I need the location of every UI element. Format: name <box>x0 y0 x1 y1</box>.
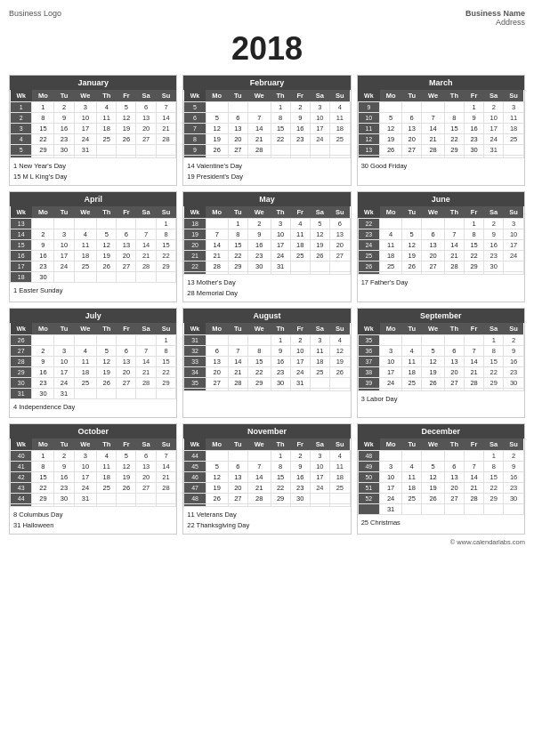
day-cell: 12 <box>206 472 228 483</box>
col-header-tu: Tu <box>228 323 247 335</box>
holidays-section: 30 Good Friday <box>358 158 524 176</box>
month-title: April <box>10 192 176 206</box>
day-cell: 9 <box>247 229 271 240</box>
day-cell: 11 <box>74 240 97 251</box>
day-cell <box>444 219 464 229</box>
week-number: 4 <box>11 134 32 145</box>
week-number: 3 <box>11 124 32 134</box>
day-cell <box>206 219 228 229</box>
day-cell: 10 <box>54 357 74 367</box>
day-cell: 26 <box>329 367 350 378</box>
holiday-item: 3 Labor Day <box>361 394 521 405</box>
day-cell: 3 <box>271 219 290 229</box>
day-cell <box>310 261 329 272</box>
business-name: Business Name <box>465 9 525 18</box>
col-header-we: We <box>74 206 97 219</box>
day-cell: 25 <box>504 134 524 145</box>
day-cell: 23 <box>247 251 271 261</box>
col-header-we: We <box>422 438 445 451</box>
day-cell <box>97 219 117 229</box>
day-cell <box>74 335 97 346</box>
day-cell: 15 <box>32 124 54 134</box>
day-cell: 14 <box>465 357 484 367</box>
day-cell: 23 <box>290 134 310 145</box>
day-cell: 13 <box>136 462 156 472</box>
day-cell: 28 <box>228 378 247 389</box>
day-cell: 10 <box>380 472 402 483</box>
day-cell: 21 <box>247 134 271 145</box>
day-cell: 15 <box>156 357 176 367</box>
day-cell: 2 <box>504 451 524 462</box>
day-cell <box>97 145 117 156</box>
week-number: 49 <box>358 462 379 472</box>
day-cell: 23 <box>504 483 524 494</box>
col-header-th: Th <box>271 438 290 451</box>
day-cell: 28 <box>156 483 176 494</box>
day-cell: 16 <box>484 240 504 251</box>
day-cell <box>444 504 464 515</box>
col-header-sa: Sa <box>136 90 156 102</box>
day-cell: 22 <box>228 251 247 261</box>
col-header-mo: Mo <box>32 323 54 335</box>
day-cell: 11 <box>504 113 524 124</box>
day-cell: 8 <box>247 346 271 357</box>
week-number: 7 <box>184 124 206 134</box>
week-number: 13 <box>358 145 379 156</box>
day-cell: 14 <box>444 240 464 251</box>
day-cell: 19 <box>380 134 402 145</box>
holidays-section: 25 Christmas <box>358 515 524 533</box>
day-cell: 23 <box>271 367 290 378</box>
week-number: 18 <box>11 272 32 283</box>
day-cell: 14 <box>228 357 247 367</box>
day-cell: 15 <box>156 240 176 251</box>
day-cell <box>136 494 156 504</box>
day-cell <box>32 335 54 346</box>
week-number: 24 <box>358 240 379 251</box>
col-header-wk: Wk <box>11 206 32 219</box>
week-number: 5 <box>11 145 32 156</box>
day-cell: 20 <box>329 240 350 251</box>
col-header-th: Th <box>97 438 117 451</box>
day-cell: 1 <box>156 219 176 229</box>
day-cell: 10 <box>484 113 504 124</box>
day-cell: 7 <box>136 229 156 240</box>
day-cell: 8 <box>228 229 247 240</box>
day-cell: 9 <box>32 240 54 251</box>
day-cell: 17 <box>54 367 74 378</box>
day-cell: 4 <box>329 102 350 113</box>
col-header-su: Su <box>504 438 524 451</box>
week-number: 17 <box>11 261 32 272</box>
day-cell <box>402 335 422 346</box>
col-header-mo: Mo <box>32 90 54 102</box>
day-cell: 11 <box>380 240 402 251</box>
col-header-mo: Mo <box>380 206 402 219</box>
day-cell: 13 <box>422 240 445 251</box>
month-title: January <box>10 76 176 90</box>
day-cell: 6 <box>136 102 156 113</box>
col-header-sa: Sa <box>310 206 329 219</box>
week-number: 31 <box>11 389 32 399</box>
week-number: 40 <box>11 451 32 462</box>
day-cell <box>310 494 329 504</box>
col-header-mo: Mo <box>206 206 228 219</box>
week-number: 14 <box>11 229 32 240</box>
day-cell: 23 <box>290 483 310 494</box>
day-cell: 10 <box>504 229 524 240</box>
day-cell: 7 <box>206 229 228 240</box>
day-cell: 20 <box>117 251 136 261</box>
day-cell: 12 <box>422 357 445 367</box>
month-block-october: OctoberWkMoTuWeThFrSaSu40123456741891011… <box>9 423 177 535</box>
day-cell: 31 <box>271 261 290 272</box>
day-cell: 6 <box>206 346 228 357</box>
holidays-section: 1 Easter Sunday <box>10 283 176 301</box>
day-cell: 30 <box>484 261 504 272</box>
day-cell: 30 <box>54 494 74 504</box>
day-cell: 27 <box>422 261 445 272</box>
month-block-may: MayWkMoTuWeThFrSaSu181234561978910111213… <box>182 191 351 302</box>
col-header-th: Th <box>271 206 290 219</box>
day-cell: 11 <box>97 462 117 472</box>
day-cell: 2 <box>484 219 504 229</box>
month-block-march: MarchWkMoTuWeThFrSaSu9123105678910111112… <box>357 75 525 186</box>
day-cell <box>290 261 310 272</box>
day-cell: 21 <box>136 367 156 378</box>
